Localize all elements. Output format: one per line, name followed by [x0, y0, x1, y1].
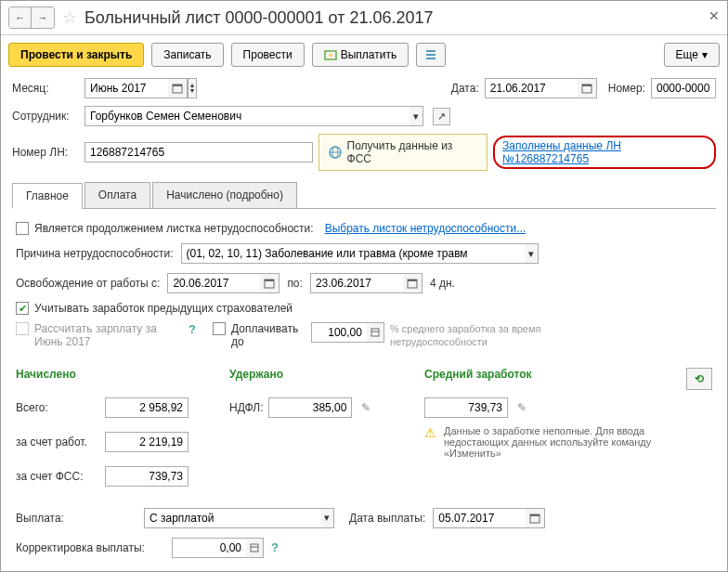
post-and-close-button[interactable]: Провести и закрыть	[8, 43, 144, 67]
reason-select[interactable]	[181, 243, 525, 264]
month-label: Месяц:	[12, 82, 79, 95]
prev-insurers-checkbox[interactable]: ✔	[16, 302, 29, 315]
nav-forward-button[interactable]: →	[32, 7, 54, 28]
withheld-header: Удержано	[229, 368, 424, 390]
ndfl-label: НДФЛ:	[229, 401, 263, 414]
date-calendar-button[interactable]	[578, 78, 597, 98]
total-value[interactable]	[105, 397, 188, 418]
employee-dropdown-button[interactable]: ▾	[410, 106, 423, 126]
ln-number-input[interactable]	[84, 142, 313, 162]
month-input[interactable]	[84, 78, 168, 98]
refresh-icon: ⟲	[695, 372, 704, 385]
favorite-star-icon[interactable]: ☆	[62, 7, 77, 28]
calendar-icon	[529, 513, 540, 524]
globe-icon	[329, 146, 342, 159]
help-icon[interactable]: ?	[188, 322, 196, 336]
date-from-input[interactable]	[167, 273, 260, 293]
window-title: Больничный лист 0000-000001 от 21.06.201…	[84, 8, 433, 28]
pay-extra-label: Доплачивать до	[231, 322, 306, 348]
employee-open-button[interactable]: ↗	[433, 108, 450, 125]
pay-extra-checkbox[interactable]	[213, 322, 226, 335]
svg-rect-19	[530, 514, 540, 516]
fss-fetch-button[interactable]: Получить данные из ФСС	[318, 134, 488, 171]
calendar-icon	[407, 278, 418, 289]
svg-point-1	[329, 54, 332, 58]
fss-value[interactable]	[105, 466, 188, 487]
payout-select[interactable]	[144, 508, 320, 528]
post-button[interactable]: Провести	[231, 43, 305, 67]
svg-rect-3	[426, 54, 436, 56]
tab-accrued[interactable]: Начислено (подробно)	[152, 182, 297, 208]
misc-button[interactable]	[416, 43, 446, 67]
month-spinner[interactable]: ▴▾	[188, 78, 197, 98]
svg-rect-20	[251, 544, 258, 552]
nav-back-button[interactable]: ←	[9, 7, 32, 28]
correction-input[interactable]	[172, 538, 246, 558]
svg-rect-6	[173, 84, 182, 86]
svg-rect-15	[408, 280, 417, 281]
reason-dropdown-button[interactable]: ▾	[525, 243, 539, 264]
percent-calc-button[interactable]	[367, 322, 384, 343]
svg-rect-16	[371, 329, 379, 336]
close-icon[interactable]: ✕	[708, 8, 720, 23]
warning-text: Данные о заработке неполные. Для ввода н…	[444, 425, 685, 459]
payout-label: Выплата:	[16, 512, 136, 525]
employee-label: Сотрудник:	[12, 110, 79, 123]
employee-input[interactable]	[84, 106, 410, 126]
svg-rect-8	[582, 84, 592, 86]
avg-edit-icon[interactable]: ✎	[517, 401, 526, 414]
percent-description: % среднего заработка за время нетрудоспо…	[390, 322, 576, 349]
payout-dropdown-button[interactable]: ▾	[320, 508, 334, 528]
employer-value[interactable]	[105, 432, 188, 452]
fss-fetch-label: Получить данные из ФСС	[347, 139, 478, 165]
pay-button-label: Выплатить	[341, 48, 397, 61]
number-input[interactable]	[651, 78, 716, 98]
date-label: Дата:	[451, 82, 479, 95]
accrued-header: Начислено	[16, 368, 229, 390]
payout-date-label: Дата выплаты:	[349, 512, 425, 525]
employer-label: за счет работ.	[16, 436, 99, 448]
reason-label: Причина нетрудоспособности:	[16, 247, 174, 260]
days-count: 4 дн.	[430, 277, 455, 290]
ln-number-label: Номер ЛН:	[12, 146, 79, 159]
svg-rect-4	[426, 58, 436, 59]
fss-label: за счет ФСС:	[16, 470, 99, 483]
money-icon	[324, 48, 337, 61]
calculator-icon	[370, 328, 380, 337]
more-button-label: Еще	[676, 48, 698, 61]
payout-date-calendar-button[interactable]	[526, 508, 545, 528]
ndfl-value[interactable]	[268, 397, 352, 418]
to-label: по:	[287, 277, 303, 290]
save-button[interactable]: Записать	[151, 43, 223, 67]
pay-button[interactable]: Выплатить	[312, 43, 410, 67]
calendar-icon	[581, 83, 592, 94]
date-to-calendar-button[interactable]	[403, 273, 422, 293]
continuation-checkbox[interactable]	[16, 222, 29, 235]
ndfl-edit-icon[interactable]: ✎	[361, 401, 370, 414]
chevron-down-icon: ▾	[702, 48, 708, 61]
date-input[interactable]	[485, 78, 578, 98]
calendar-icon	[172, 83, 183, 94]
ln-data-link[interactable]: Заполнены данные ЛН №126887214765	[493, 136, 716, 169]
tab-payment[interactable]: Оплата	[84, 182, 150, 208]
warning-icon: ⚠	[424, 425, 436, 459]
select-sheet-link[interactable]: Выбрать листок нетрудоспособности...	[325, 222, 526, 235]
date-from-calendar-button[interactable]	[260, 273, 280, 293]
avg-header: Средний заработок	[424, 368, 592, 390]
more-button[interactable]: Еще ▾	[664, 43, 720, 67]
svg-rect-13	[265, 280, 274, 281]
tab-main[interactable]: Главное	[12, 183, 83, 209]
month-calendar-button[interactable]	[168, 78, 188, 98]
avg-value[interactable]	[424, 397, 508, 418]
release-from-label: Освобождение от работы с:	[16, 277, 160, 290]
date-to-input[interactable]	[310, 273, 403, 293]
percent-input[interactable]	[311, 322, 367, 343]
svg-rect-2	[426, 50, 436, 52]
calc-salary-checkbox	[16, 322, 29, 335]
correction-calc-button[interactable]	[246, 538, 264, 558]
payout-date-input[interactable]	[433, 508, 526, 528]
calendar-icon	[264, 278, 275, 289]
correction-help-icon[interactable]: ?	[271, 540, 279, 554]
refresh-button[interactable]: ⟲	[686, 368, 712, 390]
continuation-label: Является продолжением листка нетрудоспос…	[34, 222, 314, 235]
